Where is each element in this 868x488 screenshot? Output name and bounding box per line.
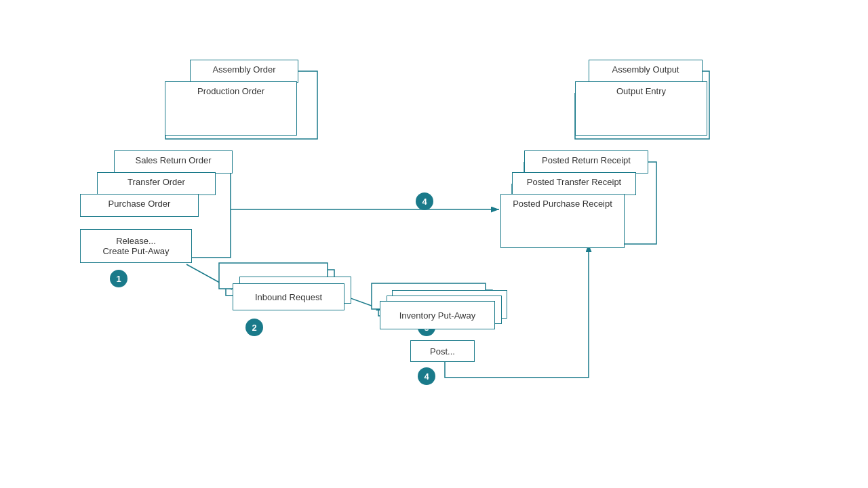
output-entry-box: Output Entry bbox=[575, 81, 707, 136]
release-label: Release... bbox=[116, 236, 156, 246]
assembly-output-box: Assembly Output bbox=[589, 60, 703, 83]
svg-line-0 bbox=[186, 264, 232, 289]
production-order-label: Production Order bbox=[197, 86, 264, 96]
badge-4a: 4 bbox=[416, 192, 433, 210]
badge-2: 2 bbox=[245, 319, 263, 336]
inventory-putaway-box: Inventory Put-Away bbox=[380, 301, 495, 329]
posted-return-receipt-label: Posted Return Receipt bbox=[542, 155, 631, 165]
create-putaway-label: Create Put-Away bbox=[102, 246, 169, 256]
inbound-request-box: Inbound Request bbox=[233, 283, 344, 310]
sales-return-order-box: Sales Return Order bbox=[114, 150, 233, 174]
inventory-putaway-label: Inventory Put-Away bbox=[399, 310, 475, 321]
sales-return-order-label: Sales Return Order bbox=[136, 155, 212, 165]
posted-transfer-receipt-label: Posted Transfer Receipt bbox=[527, 177, 621, 187]
post-button-box[interactable]: Post... bbox=[410, 340, 475, 362]
production-order-box: Production Order bbox=[165, 81, 297, 136]
posted-purchase-receipt-box: Posted Purchase Receipt bbox=[500, 194, 625, 248]
purchase-order-label: Purchase Order bbox=[108, 199, 171, 209]
output-entry-label: Output Entry bbox=[616, 86, 666, 96]
transfer-order-label: Transfer Order bbox=[127, 177, 185, 187]
badge-1: 1 bbox=[110, 270, 127, 287]
purchase-order-box: Purchase Order bbox=[80, 194, 199, 217]
release-create-box: Release... Create Put-Away bbox=[80, 229, 192, 263]
badge-4b: 4 bbox=[418, 367, 435, 385]
assembly-output-label: Assembly Output bbox=[612, 64, 679, 75]
posted-transfer-receipt-box: Posted Transfer Receipt bbox=[512, 172, 636, 195]
posted-purchase-receipt-label: Posted Purchase Receipt bbox=[513, 199, 612, 209]
post-button-label: Post... bbox=[430, 346, 455, 357]
diagram-container: Assembly Order Production Order Assembly… bbox=[0, 0, 868, 488]
posted-return-receipt-box: Posted Return Receipt bbox=[524, 150, 648, 174]
inbound-request-label: Inbound Request bbox=[255, 292, 322, 302]
transfer-order-box: Transfer Order bbox=[97, 172, 216, 195]
assembly-order-label: Assembly Order bbox=[212, 64, 275, 75]
assembly-order-box: Assembly Order bbox=[190, 60, 298, 83]
